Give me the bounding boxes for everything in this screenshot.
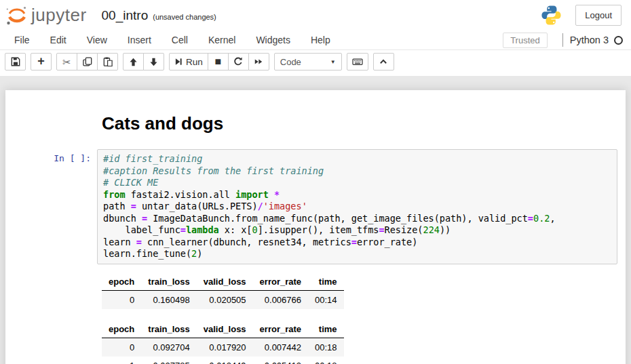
output-area: epochtrain_lossvalid_losserror_ratetime0… <box>102 273 626 364</box>
notebook-site: Cats and dogs In [ ]: #id first_training… <box>0 76 631 364</box>
keyboard-icon <box>352 57 363 66</box>
notebook-title[interactable]: 00_intro <box>102 8 149 23</box>
menu-file[interactable]: File <box>4 31 40 49</box>
move-cell-down-button[interactable] <box>143 53 164 70</box>
paste-icon <box>103 57 113 66</box>
column-header: time <box>308 321 344 338</box>
interrupt-kernel-button[interactable]: ■ <box>208 53 229 70</box>
table-cell: 00:18 <box>308 338 344 357</box>
menu-help[interactable]: Help <box>301 31 341 49</box>
table-cell: 0.160498 <box>141 290 196 309</box>
jupyter-logo-text: jupyter <box>31 5 87 26</box>
table-cell: 0.017920 <box>197 338 253 357</box>
table-cell: 0.007442 <box>253 338 308 357</box>
cut-cell-button[interactable]: ✂ <box>56 53 77 70</box>
jupyter-logo-icon <box>5 5 28 26</box>
column-header: train_loss <box>141 273 196 291</box>
table-row: 10.0277850.0124490.00541300:18 <box>102 357 344 364</box>
logout-button[interactable]: Logout <box>575 5 622 26</box>
add-cell-button[interactable]: + <box>31 53 52 70</box>
select-caret-icon: ▼ <box>330 59 336 65</box>
table-cell: 0.092704 <box>141 338 196 357</box>
checkpoint-status: (unsaved changes) <box>153 13 216 21</box>
column-header: valid_loss <box>197 273 253 291</box>
restart-run-all-button[interactable] <box>248 53 269 70</box>
cell-type-select[interactable]: Code ▼ <box>274 53 342 70</box>
table-row: 00.0927040.0179200.00744200:18 <box>102 338 344 357</box>
menubar: File Edit View Insert Cell Kernel Widget… <box>0 31 631 50</box>
column-header: train_loss <box>141 321 196 338</box>
menu-kernel[interactable]: Kernel <box>198 31 246 49</box>
arrow-up-icon <box>129 58 138 66</box>
column-header: error_rate <box>253 273 308 291</box>
stop-icon: ■ <box>214 56 221 67</box>
table-cell: 0.020505 <box>197 290 253 309</box>
restart-icon <box>233 57 243 66</box>
markdown-heading: Cats and dogs <box>102 113 617 134</box>
run-cell-button[interactable]: Run <box>169 53 208 70</box>
notebook-container: Cats and dogs In [ ]: #id first_training… <box>5 90 626 364</box>
table-cell: 0.012449 <box>197 357 253 364</box>
save-icon <box>11 57 20 66</box>
menu-edit[interactable]: Edit <box>40 31 77 49</box>
restart-kernel-button[interactable] <box>228 53 249 70</box>
run-button-label: Run <box>186 57 203 67</box>
code-area: #id first_training#caption Results from … <box>103 153 611 260</box>
column-header: epoch <box>102 273 141 291</box>
output-table: epochtrain_lossvalid_losserror_ratetime0… <box>102 321 344 364</box>
menu-view[interactable]: View <box>77 31 117 49</box>
copy-cell-button[interactable] <box>77 53 98 70</box>
save-button[interactable] <box>5 53 26 70</box>
menu-cell[interactable]: Cell <box>161 31 198 49</box>
table-row: 00.1604980.0205050.00676600:14 <box>102 290 344 309</box>
code-editor[interactable]: #id first_training#caption Results from … <box>97 149 617 264</box>
plus-icon: + <box>37 55 45 67</box>
column-header: epoch <box>102 321 141 338</box>
table-cell: 00:14 <box>308 290 344 309</box>
step-forward-icon <box>174 58 183 66</box>
table-cell: 0.006766 <box>253 290 308 309</box>
column-header: error_rate <box>253 321 308 338</box>
python-logo-icon <box>541 5 562 26</box>
header: jupyter 00_intro (unsaved changes) Logou… <box>0 0 631 31</box>
output-table: epochtrain_lossvalid_losserror_ratetime0… <box>102 273 344 309</box>
kernel-idle-icon <box>614 36 623 45</box>
cell-type-value: Code <box>280 57 301 67</box>
code-cell[interactable]: In [ ]: #id first_training#caption Resul… <box>5 149 626 264</box>
chevron-up-icon <box>379 58 388 66</box>
table-cell: 0 <box>102 338 141 357</box>
table-cell: 0 <box>102 290 141 309</box>
column-header: time <box>308 273 344 291</box>
jupyter-logo[interactable]: jupyter <box>5 5 87 26</box>
arrow-down-icon <box>149 58 158 66</box>
menu-insert[interactable]: Insert <box>117 31 161 49</box>
move-cell-up-button[interactable] <box>123 53 144 70</box>
column-header: valid_loss <box>197 321 253 338</box>
table-cell: 00:18 <box>308 357 344 364</box>
kernel-separator <box>562 33 563 47</box>
table-cell: 1 <box>102 357 141 364</box>
command-palette-button[interactable] <box>347 53 368 70</box>
toolbar: + ✂ <box>0 50 631 76</box>
scissors-icon: ✂ <box>62 57 71 67</box>
paste-cell-button[interactable] <box>97 53 118 70</box>
table-cell: 0.027785 <box>141 357 196 364</box>
scroll-up-button[interactable] <box>373 53 394 70</box>
copy-icon <box>83 57 92 66</box>
menu-widgets[interactable]: Widgets <box>246 31 301 49</box>
kernel-name: Python 3 <box>570 35 609 45</box>
table-cell: 0.005413 <box>253 357 308 364</box>
trusted-button[interactable]: Trusted <box>503 33 548 48</box>
input-prompt: In [ ]: <box>5 149 97 163</box>
fast-forward-icon <box>254 58 263 66</box>
